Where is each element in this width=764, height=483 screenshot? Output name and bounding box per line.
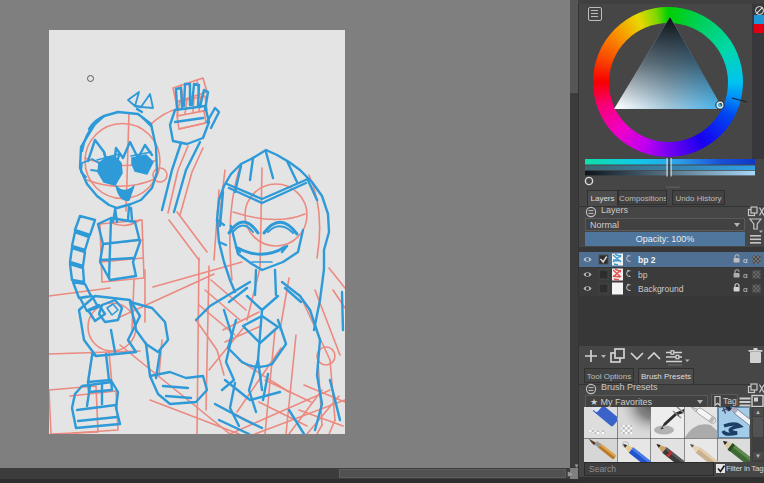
svg-text:α: α	[743, 285, 748, 294]
svg-text:α: α	[743, 271, 748, 280]
svg-text:bp 2: bp 2	[638, 255, 656, 265]
svg-text:Background: Background	[638, 284, 684, 294]
svg-text:α: α	[743, 256, 748, 265]
svg-text:bp: bp	[638, 270, 648, 280]
